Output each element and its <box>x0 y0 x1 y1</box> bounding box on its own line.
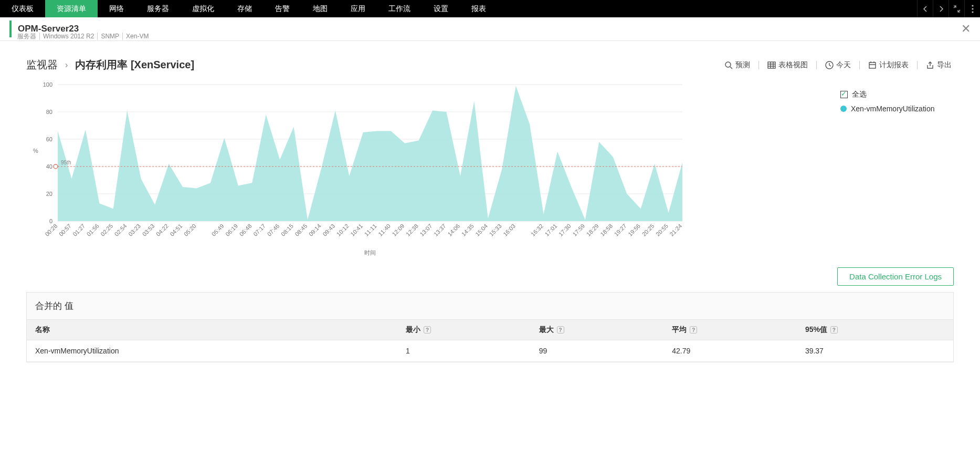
export-icon <box>926 61 934 69</box>
time-range-button[interactable]: 今天 <box>823 60 853 70</box>
page-header: 监视器 › 内存利用率 [XenService] 预测 表格视图 今天 计划报表… <box>0 48 980 74</box>
col-min[interactable]: 最小? <box>397 320 531 340</box>
svg-text:20:25: 20:25 <box>641 223 656 237</box>
svg-text:00:57: 00:57 <box>58 223 72 237</box>
help-icon[interactable]: ? <box>424 326 431 333</box>
nav-item-9[interactable]: 工作流 <box>377 0 422 17</box>
svg-text:06:19: 06:19 <box>224 223 239 237</box>
svg-text:20: 20 <box>46 191 52 197</box>
forecast-button[interactable]: 预测 <box>722 60 752 70</box>
svg-text:12:09: 12:09 <box>391 223 406 237</box>
accent-bar <box>9 20 12 37</box>
svg-text:21:24: 21:24 <box>668 223 683 237</box>
schedule-report-button[interactable]: 计划报表 <box>866 60 911 70</box>
nav-item-11[interactable]: 报表 <box>460 0 498 17</box>
help-icon[interactable]: ? <box>690 326 697 333</box>
clock-icon <box>825 61 834 69</box>
svg-text:95th: 95th <box>61 160 71 165</box>
svg-text:0: 0 <box>49 218 52 224</box>
svg-text:19:27: 19:27 <box>613 223 628 237</box>
svg-text:17:30: 17:30 <box>557 223 572 237</box>
svg-text:12:38: 12:38 <box>405 223 419 237</box>
col-p95[interactable]: 95%值? <box>797 320 953 340</box>
export-button[interactable]: 导出 <box>924 60 954 70</box>
col-avg[interactable]: 平均? <box>663 320 797 340</box>
nav-item-10[interactable]: 设置 <box>422 0 460 17</box>
cell-name: Xen-vmMemoryUtilization <box>27 340 397 362</box>
breadcrumb-parent[interactable]: 监视器 <box>26 58 58 72</box>
svg-text:07:17: 07:17 <box>252 223 267 237</box>
nav-item-7[interactable]: 地图 <box>301 0 339 17</box>
nav-item-4[interactable]: 虚拟化 <box>181 0 226 17</box>
summary-table: 合并的 值 名称 最小? 最大? 平均? 95%值? Xen-vmMemoryU… <box>26 292 954 362</box>
nav-item-6[interactable]: 告警 <box>264 0 301 17</box>
forecast-icon <box>724 61 733 69</box>
col-name[interactable]: 名称 <box>27 320 397 340</box>
nav-prev-button[interactable] <box>917 0 933 17</box>
svg-point-2 <box>972 11 973 13</box>
chart-legend: 全选 Xen-vmMemoryUtilization <box>828 79 954 260</box>
svg-text:13:37: 13:37 <box>433 223 447 237</box>
svg-rect-4 <box>768 62 775 68</box>
cell-min: 1 <box>397 340 531 362</box>
col-max[interactable]: 最大? <box>531 320 664 340</box>
svg-text:40: 40 <box>46 163 52 170</box>
help-icon[interactable]: ? <box>557 326 564 333</box>
svg-text:08:15: 08:15 <box>280 223 294 237</box>
error-logs-button[interactable]: Data Collection Error Logs <box>837 267 954 286</box>
export-label: 导出 <box>937 60 952 70</box>
checkbox-icon <box>840 91 848 98</box>
more-menu-icon[interactable] <box>964 0 980 17</box>
svg-text:14:06: 14:06 <box>446 223 461 237</box>
nav-item-2[interactable]: 网络 <box>98 0 135 17</box>
legend-select-all-label: 全选 <box>852 90 867 99</box>
cell-avg: 42.79 <box>663 340 797 362</box>
svg-text:14:35: 14:35 <box>460 223 475 237</box>
table-row: Xen-vmMemoryUtilization 1 99 42.79 39.37 <box>27 340 953 362</box>
legend-swatch <box>840 106 847 112</box>
svg-text:10:12: 10:12 <box>335 223 350 237</box>
schedule-label: 计划报表 <box>879 60 909 70</box>
forecast-label: 预测 <box>735 60 750 70</box>
svg-text:09:14: 09:14 <box>308 223 322 237</box>
svg-point-0 <box>972 5 973 6</box>
nav-item-3[interactable]: 服务器 <box>135 0 181 17</box>
nav-item-8[interactable]: 应用 <box>339 0 377 17</box>
table-view-button[interactable]: 表格视图 <box>765 60 810 70</box>
close-icon[interactable]: ✕ <box>961 22 971 36</box>
svg-text:16:03: 16:03 <box>502 223 517 237</box>
svg-text:18:58: 18:58 <box>599 223 614 237</box>
nav-item-1[interactable]: 资源清单 <box>45 0 98 17</box>
svg-text:10:41: 10:41 <box>349 223 364 237</box>
svg-text:07:46: 07:46 <box>266 223 281 237</box>
table-view-label: 表格视图 <box>778 60 808 70</box>
chevron-right-icon: › <box>65 60 68 70</box>
nav-item-0[interactable]: 仪表板 <box>0 0 45 17</box>
help-icon[interactable]: ? <box>830 326 838 333</box>
svg-text:04:51: 04:51 <box>168 223 183 237</box>
legend-series[interactable]: Xen-vmMemoryUtilization <box>840 105 954 113</box>
nav-next-button[interactable] <box>933 0 949 17</box>
svg-text:00:28: 00:28 <box>44 223 58 237</box>
svg-text:13:07: 13:07 <box>418 223 433 237</box>
collapse-icon[interactable] <box>949 0 964 17</box>
legend-select-all[interactable]: 全选 <box>840 90 954 99</box>
svg-text:60: 60 <box>46 136 52 142</box>
svg-text:15:33: 15:33 <box>488 223 503 237</box>
nav-item-5[interactable]: 存储 <box>226 0 264 17</box>
svg-point-21 <box>54 164 58 169</box>
calendar-icon <box>868 61 877 69</box>
svg-point-1 <box>972 8 973 9</box>
top-nav: 仪表板资源清单网络服务器虚拟化存储告警地图应用工作流设置报表 <box>0 0 980 17</box>
svg-text:11:11: 11:11 <box>363 223 378 237</box>
memory-chart: 020406080100%95th00:2800:5701:2701:5602:… <box>26 79 828 260</box>
svg-text:17:59: 17:59 <box>571 223 586 237</box>
cell-p95: 39.37 <box>797 340 953 362</box>
table-icon <box>767 61 776 69</box>
svg-text:80: 80 <box>46 109 52 115</box>
cell-max: 99 <box>531 340 664 362</box>
svg-text:15:04: 15:04 <box>474 223 489 237</box>
svg-text:08:45: 08:45 <box>293 223 308 237</box>
svg-text:01:27: 01:27 <box>71 223 86 237</box>
svg-text:09:43: 09:43 <box>321 223 336 237</box>
